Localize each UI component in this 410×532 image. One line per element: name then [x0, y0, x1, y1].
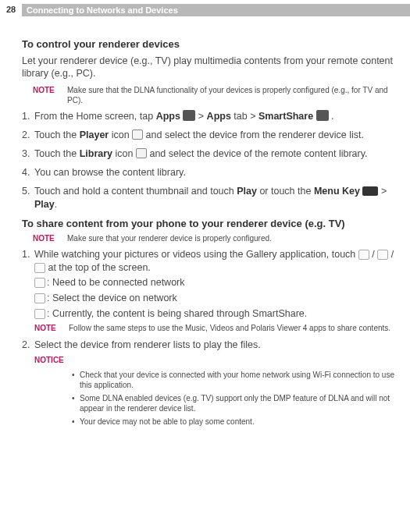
connect-network-icon — [34, 278, 45, 288]
text: : Select the device on network — [47, 292, 177, 305]
step-1b: While watching your pictures or videos u… — [22, 248, 401, 333]
note-label: NOTE — [33, 85, 67, 105]
bold: Apps — [156, 111, 180, 122]
text: From the Home screen, tap — [34, 111, 156, 122]
text: and select the device of the remote cont… — [147, 148, 368, 159]
menu-key-icon — [362, 186, 378, 196]
bold: SmartShare — [258, 111, 313, 122]
share-icon-1 — [358, 250, 369, 260]
bold: Player — [80, 129, 109, 140]
icon-desc-3: : Currently, the content is being shared… — [34, 307, 401, 321]
step-2: Touch the Player icon and select the dev… — [22, 129, 401, 142]
section1-title: To control your renderer devices — [22, 37, 401, 51]
text: Touch the — [34, 148, 80, 159]
bold: Library — [80, 148, 112, 159]
section1-steps: From the Home screen, tap Apps > Apps ta… — [22, 110, 401, 211]
step-1: From the Home screen, tap Apps > Apps ta… — [22, 110, 401, 123]
icon-desc-2: : Select the device on network — [34, 292, 401, 305]
text: . — [329, 111, 334, 122]
player-icon — [132, 129, 143, 140]
bold: Play — [237, 186, 257, 197]
text: Touch and hold a content thumbnail and t… — [34, 186, 237, 197]
library-icon — [136, 148, 147, 158]
note-text: Make sure that the DLNA functionality of… — [67, 85, 401, 105]
select-device-icon — [34, 293, 45, 303]
text: or touch the — [257, 186, 314, 197]
text: : Currently, the content is being shared… — [47, 307, 307, 321]
bullet: Your device may not be able to play some… — [72, 417, 401, 427]
page-number: 28 — [6, 5, 16, 14]
text: While watching your pictures or videos u… — [34, 249, 358, 260]
section2-steps: While watching your pictures or videos u… — [22, 248, 401, 427]
step-5: Touch and hold a content thumbnail and t… — [22, 185, 401, 211]
bold: Apps — [207, 111, 231, 122]
text: icon — [112, 148, 136, 159]
note-label: NOTE — [34, 323, 69, 333]
note-row-3: NOTE Follow the same steps to use the Mu… — [34, 323, 401, 333]
text: Touch the — [34, 129, 80, 140]
note-row-2: NOTE Make sure that your renderer device… — [33, 233, 401, 243]
text: : Need to be connected network — [47, 276, 185, 289]
notice-label: NOTICE — [34, 355, 72, 365]
bold: Play — [34, 199, 55, 210]
text: Select the device from renderer lists to… — [34, 339, 261, 350]
icon-desc-1: : Need to be connected network — [34, 276, 401, 289]
text: at the top of the screen. — [45, 262, 151, 273]
text: . — [55, 199, 57, 210]
step-3: Touch the Library icon and select the de… — [22, 147, 401, 161]
apps-icon — [183, 110, 195, 121]
note-text: Make sure that your renderer device is p… — [67, 233, 401, 243]
text: You can browse the content library. — [34, 167, 186, 178]
text: / — [369, 249, 377, 260]
text: / — [388, 249, 394, 260]
step-4: You can browse the content library. — [22, 166, 401, 179]
smartshare-icon — [316, 110, 329, 121]
header-title: Connecting to Networks and Devices — [27, 5, 178, 15]
step-2b: Select the device from renderer lists to… — [22, 339, 401, 427]
text: > — [195, 111, 206, 122]
text: tab > — [231, 111, 258, 122]
header-bar: Connecting to Networks and Devices — [22, 4, 410, 16]
section2-title: To share content from your phone to your… — [22, 217, 401, 231]
share-icon-3 — [34, 263, 45, 273]
bullet: Some DLNA enabled devices (e.g. TV) supp… — [72, 393, 401, 413]
page-content: To control your renderer devices Let you… — [22, 37, 401, 432]
note-text: Follow the same steps to use the Music, … — [69, 323, 401, 333]
note-label: NOTE — [33, 233, 67, 243]
notice-spacer — [72, 355, 401, 365]
sharing-icon — [34, 309, 45, 319]
share-icon-2 — [377, 250, 388, 260]
note-row: NOTE Make sure that the DLNA functionali… — [33, 85, 401, 105]
text: icon — [109, 129, 132, 140]
notice-row: NOTICE — [34, 355, 401, 365]
text: and select the device from the renderer … — [143, 129, 364, 140]
bold: Menu Key — [314, 186, 360, 197]
notice-bullets: Check that your device is connected with… — [72, 370, 401, 427]
bullet: Check that your device is connected with… — [72, 370, 401, 390]
text: > — [378, 186, 387, 197]
section1-intro: Let your renderer device (e.g., TV) play… — [22, 55, 401, 81]
